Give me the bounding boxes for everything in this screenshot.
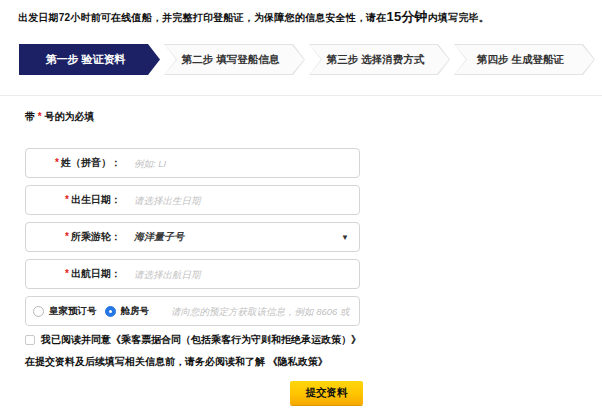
chevron-down-icon[interactable]: ▼	[341, 233, 349, 242]
birthdate-label: *出生日期：	[26, 193, 121, 207]
birthdate-field-row: *出生日期：	[25, 185, 360, 215]
booking-number-row: 皇家预订号 舱房号	[25, 296, 360, 326]
sail-date-field-row: *出航日期：	[25, 259, 360, 289]
step-progress-bar: 第一步 验证资料 第二步 填写登船信息 第三步 选择消费方式 第四步 生成登船证	[19, 44, 595, 75]
privacy-text: 在提交资料及后续填写相关信息前，请务必阅读和了解	[25, 356, 268, 367]
sail-date-label: *出航日期：	[26, 267, 121, 281]
step-2-boarding-info[interactable]: 第二步 填写登船信息	[164, 44, 305, 75]
required-asterisk: *	[65, 194, 69, 205]
sail-date-input[interactable]	[121, 261, 359, 287]
submit-button[interactable]: 提交资料	[290, 381, 363, 405]
required-asterisk: *	[65, 268, 69, 279]
step-4-boarding-pass[interactable]: 第四步 生成登船证	[454, 44, 595, 75]
checkin-page: 出发日期72小时前可在线值船，并完整打印登船证，为保障您的信息安全性，请在15分…	[0, 0, 602, 420]
notice-emphasis: 15分钟	[387, 9, 428, 24]
step-3-payment-method[interactable]: 第三步 选择消费方式	[309, 44, 450, 75]
booking-number-input[interactable]	[157, 298, 359, 324]
checkin-form: *姓（拼音）： *出生日期： *所乘游轮： 海洋量子号 ▼ *出航日期： 皇家预…	[25, 148, 360, 333]
agreement-text: 我已阅读并同意	[41, 333, 111, 347]
royal-booking-radio-label[interactable]: 皇家预订号	[49, 305, 97, 318]
required-asterisk: *	[55, 157, 59, 168]
agreement-checkbox[interactable]	[25, 335, 35, 345]
required-asterisk: *	[38, 111, 42, 122]
required-asterisk: *	[65, 231, 69, 242]
agreement-row: 我已阅读并同意 《乘客票据合同（包括乘客行为守则和拒绝承运政策）》	[25, 333, 361, 347]
step-label: 第四步 生成登船证	[454, 44, 595, 75]
surname-label: *姓（拼音）：	[26, 156, 121, 170]
privacy-note: 在提交资料及后续填写相关信息前，请务必阅读和了解 《隐私政策》	[25, 355, 328, 369]
cabin-number-radio-label[interactable]: 舱房号	[121, 305, 150, 318]
header-notice: 出发日期72小时前可在线值船，并完整打印登船证，为保障您的信息安全性，请在15分…	[18, 8, 489, 26]
step-label: 第一步 验证资料	[19, 44, 160, 75]
section-divider	[0, 95, 602, 96]
surname-field-row: *姓（拼音）：	[25, 148, 360, 178]
step-label: 第二步 填写登船信息	[164, 44, 305, 75]
notice-suffix: 内填写完毕。	[428, 12, 489, 23]
ship-select-row[interactable]: *所乘游轮： 海洋量子号 ▼	[25, 222, 360, 252]
step-label: 第三步 选择消费方式	[309, 44, 450, 75]
step-1-verify-info[interactable]: 第一步 验证资料	[19, 44, 160, 75]
cabin-number-radio[interactable]	[105, 306, 116, 317]
ship-label: *所乘游轮：	[26, 230, 121, 244]
ship-selected-value: 海洋量子号	[121, 230, 341, 244]
required-note-suffix: 号的为必填	[44, 111, 94, 122]
privacy-policy-link[interactable]: 《隐私政策》	[268, 356, 328, 367]
required-note-prefix: 带	[25, 111, 35, 122]
notice-text: 出发日期72小时前可在线值船，并完整打印登船证，为保障您的信息安全性，请在	[18, 12, 387, 23]
birthdate-input[interactable]	[121, 187, 359, 213]
required-fields-note: 带 * 号的为必填	[25, 110, 94, 124]
royal-booking-radio[interactable]	[33, 306, 44, 317]
ticket-contract-link[interactable]: 《乘客票据合同（包括乘客行为守则和拒绝承运政策）》	[111, 333, 361, 347]
surname-input[interactable]	[121, 150, 359, 176]
